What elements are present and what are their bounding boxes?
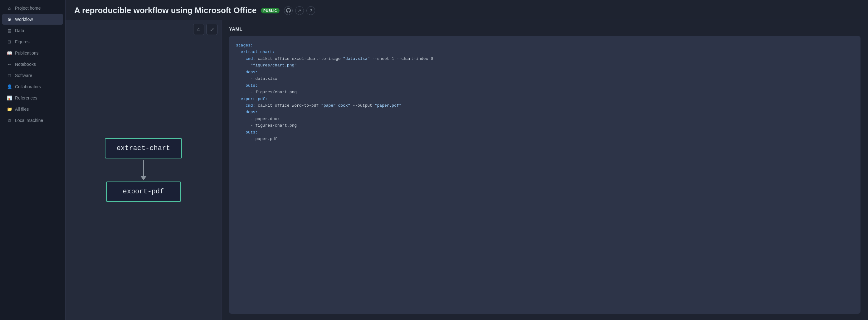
sidebar-label-references: References [15, 95, 37, 100]
main-content: A reproducible workflow using Microsoft … [65, 0, 868, 320]
extract-chart-label: extract-chart [117, 145, 170, 152]
sidebar-label-data: Data [15, 28, 24, 33]
page-title: A reproducible workflow using Microsoft … [74, 6, 256, 15]
help-button[interactable]: ? [306, 6, 315, 15]
export-pdf-node[interactable]: export-pdf [106, 182, 181, 202]
content-area: ⌂ ⤢ extract-chart export-pdf [65, 20, 868, 320]
sidebar-item-local-machine[interactable]: 🖥 Local machine [2, 115, 63, 126]
all-files-icon: 📁 [7, 107, 12, 111]
workflow-arrow [141, 160, 147, 180]
yaml-deps-key-2: deps: [246, 110, 258, 115]
yaml-dash-5: - [251, 137, 253, 141]
workflow-icon: ⚙ [7, 17, 12, 22]
yaml-extract-chart-key: extract-chart: [241, 50, 275, 54]
yaml-outs-key-1: outs: [246, 83, 258, 88]
local-machine-icon: 🖥 [7, 118, 12, 123]
collaborators-icon: 👤 [7, 84, 12, 89]
yaml-deps-key-1: deps: [246, 70, 258, 74]
sidebar-item-software[interactable]: □ Software [2, 70, 63, 81]
yaml-dash-3: - [251, 117, 253, 121]
sidebar-item-publications[interactable]: 📖 Publications [2, 48, 63, 58]
sidebar-label-all-files: All files [15, 107, 29, 111]
sidebar-item-project-home[interactable]: ⌂ Project home [2, 3, 63, 13]
help-icon: ? [310, 8, 312, 13]
references-icon: 📊 [7, 95, 12, 100]
yaml-data-xlsx-arg: "data.xlsx" [343, 57, 370, 61]
yaml-title: YAML [229, 26, 861, 32]
diagram-panel: ⌂ ⤢ extract-chart export-pdf [65, 20, 221, 320]
sidebar-label-figures: Figures [15, 39, 30, 44]
sidebar-item-data[interactable]: ▤ Data [2, 25, 63, 36]
software-icon: □ [7, 73, 12, 78]
external-link-icon: ↗ [298, 8, 301, 13]
yaml-chart-png-arg: "figures/chart.png" [251, 63, 297, 68]
publications-icon: 📖 [7, 51, 12, 56]
sidebar-label-project-home: Project home [15, 6, 40, 10]
sidebar-label-local-machine: Local machine [15, 118, 43, 123]
yaml-code-block[interactable]: stages: extract-chart: cmd: calkit offic… [229, 36, 861, 314]
arrow-head [141, 176, 147, 180]
yaml-paper-pdf-arg: "paper.pdf" [375, 103, 402, 108]
sidebar-item-notebooks[interactable]: ↔ Notebooks [2, 59, 63, 69]
diagram-toolbar: ⌂ ⤢ [193, 24, 217, 35]
yaml-dash-4: - [251, 123, 253, 128]
extract-chart-node[interactable]: extract-chart [105, 138, 182, 158]
yaml-paper-docx-arg: "paper.docx" [321, 103, 350, 108]
sidebar-label-publications: Publications [15, 51, 39, 56]
data-icon: ▤ [7, 28, 12, 33]
sidebar: ⌂ Project home ⚙ Workflow ▤ Data ⊡ Figur… [0, 0, 65, 320]
yaml-panel: YAML stages: extract-chart: cmd: calkit … [221, 20, 868, 320]
yaml-dash-1: - [251, 76, 253, 81]
sidebar-label-workflow: Workflow [15, 17, 33, 22]
notebooks-icon: ↔ [7, 62, 12, 67]
sidebar-item-workflow[interactable]: ⚙ Workflow [2, 14, 63, 25]
header-icons: ↗ ? [284, 6, 315, 15]
export-pdf-label: export-pdf [123, 188, 164, 196]
sidebar-item-figures[interactable]: ⊡ Figures [2, 36, 63, 47]
yaml-stages-key: stages: [236, 43, 253, 48]
sidebar-label-notebooks: Notebooks [15, 62, 36, 67]
public-badge: PUBLIC [261, 8, 280, 13]
expand-button[interactable]: ⤢ [206, 24, 217, 35]
github-link-button[interactable] [284, 6, 293, 15]
external-link-button[interactable]: ↗ [295, 6, 304, 15]
home-view-button[interactable]: ⌂ [193, 24, 204, 35]
diagram-canvas: extract-chart export-pdf [65, 20, 221, 320]
project-home-icon: ⌂ [7, 6, 12, 10]
figures-icon: ⊡ [7, 39, 12, 44]
yaml-cmd-key-2: cmd: [246, 103, 255, 108]
sidebar-item-references[interactable]: 📊 References [2, 93, 63, 103]
yaml-export-pdf-key: export-pdf: [241, 97, 268, 101]
yaml-dash-2: - [251, 90, 253, 95]
github-icon [286, 8, 291, 13]
yaml-cmd-key-1: cmd: [246, 57, 255, 61]
yaml-outs-key-2: outs: [246, 130, 258, 135]
home-icon: ⌂ [197, 27, 200, 32]
sidebar-label-collaborators: Collaborators [15, 84, 41, 89]
arrow-line [143, 160, 144, 176]
sidebar-label-software: Software [15, 73, 32, 78]
sidebar-item-collaborators[interactable]: 👤 Collaborators [2, 82, 63, 92]
page-header: A reproducible workflow using Microsoft … [65, 0, 868, 20]
sidebar-item-all-files[interactable]: 📁 All files [2, 104, 63, 115]
expand-icon: ⤢ [210, 27, 214, 32]
